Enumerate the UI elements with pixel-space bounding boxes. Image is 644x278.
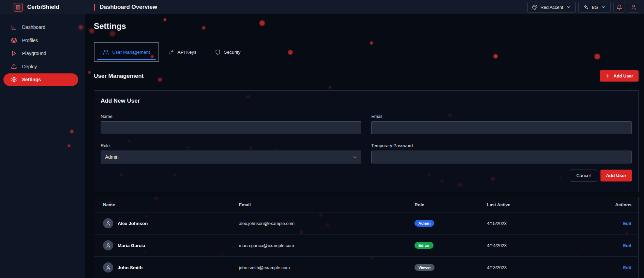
column-header-email: Email	[239, 202, 415, 207]
column-header-name: Name	[94, 202, 239, 207]
bg-selector-label: BG	[592, 5, 598, 10]
sidebar-item-label: Profiles	[22, 38, 38, 43]
sidebar-item-label: Dashboard	[22, 24, 46, 30]
tab-security[interactable]: Security	[206, 42, 250, 62]
password-label: Temporary Password	[371, 143, 632, 148]
password-field-group: Temporary Password	[371, 143, 632, 163]
tab-label: API Keys	[177, 50, 197, 55]
notifications-button[interactable]	[613, 2, 625, 13]
tab-api-keys[interactable]: API Keys	[159, 42, 206, 62]
key-icon	[168, 49, 174, 55]
palette-icon	[532, 4, 538, 10]
bell-icon	[616, 4, 622, 10]
role-field-group: Role Admin	[101, 143, 361, 163]
name-field-group: Name	[101, 114, 361, 134]
sidebar-item-label: Playground	[22, 51, 46, 56]
shield-icon	[215, 49, 221, 55]
brand-name: CerbiShield	[27, 4, 59, 11]
bg-selector[interactable]: BG	[578, 2, 611, 13]
sidebar-item-profiles[interactable]: Profiles	[3, 34, 78, 47]
panel-title: Add New User	[101, 98, 632, 104]
chevron-down-icon	[566, 5, 571, 10]
email-field-group: Email	[371, 114, 632, 134]
accent-bar	[94, 4, 95, 11]
temporary-password-input[interactable]	[371, 151, 632, 163]
avatar	[103, 240, 113, 250]
edit-link[interactable]: Edit	[623, 243, 631, 248]
sidebar-item-playground[interactable]: Playground	[3, 47, 78, 60]
main-content: Settings User Management API Keys Securi…	[85, 14, 644, 278]
last-active-date: 4/15/2023	[487, 221, 573, 226]
users-table: Name Email Role Last Active Actions Alex…	[94, 197, 639, 278]
avatar	[103, 218, 113, 228]
sparkles-icon	[583, 4, 589, 10]
header-actions: Red Accent BG	[527, 2, 644, 13]
role-select[interactable]: Admin	[101, 151, 361, 163]
user-email: maria.garcia@example.com	[239, 243, 415, 248]
user-email: john.smith@example.com	[239, 265, 415, 270]
user-name: Alex Johnson	[118, 221, 148, 226]
table-row: John Smith john.smith@example.com Viewer…	[94, 257, 638, 278]
email-input[interactable]	[371, 121, 632, 134]
play-icon	[11, 50, 17, 56]
tab-user-management[interactable]: User Management	[94, 42, 159, 62]
settings-tabs: User Management API Keys Security	[94, 42, 639, 62]
edit-link[interactable]: Edit	[623, 221, 631, 226]
sidebar-item-dashboard[interactable]: Dashboard	[3, 21, 78, 34]
user-name: John Smith	[118, 265, 143, 270]
section-header: User Management Add User	[94, 70, 639, 82]
users-icon	[103, 49, 109, 55]
user-email: alex.johnson@example.com	[239, 221, 415, 226]
brand-logo-icon	[14, 3, 23, 12]
table-header-row: Name Email Role Last Active Actions	[94, 197, 638, 212]
column-header-last-active: Last Active	[487, 202, 573, 207]
profile-button[interactable]	[628, 2, 639, 13]
sidebar: Dashboard Profiles Playground Deploy Set…	[0, 14, 85, 278]
tab-label: Security	[224, 50, 241, 55]
role-badge: Editor	[414, 242, 433, 249]
role-badge: Admin	[414, 220, 434, 227]
form-actions: Cancel Add User	[101, 170, 632, 181]
email-label: Email	[371, 114, 632, 119]
user-name: Maria Garcia	[118, 243, 145, 248]
upload-icon	[11, 64, 17, 70]
submit-add-user-button[interactable]: Add User	[600, 170, 632, 181]
avatar	[103, 262, 113, 273]
sidebar-item-deploy[interactable]: Deploy	[3, 60, 78, 73]
gear-icon	[11, 76, 17, 83]
name-input[interactable]	[101, 121, 361, 134]
sidebar-item-label: Deploy	[22, 64, 37, 69]
plus-icon	[605, 73, 610, 79]
column-header-actions: Actions	[573, 202, 638, 207]
cancel-button[interactable]: Cancel	[570, 170, 597, 181]
user-icon	[631, 4, 637, 10]
table-row: Maria Garcia maria.garcia@example.com Ed…	[94, 234, 638, 257]
layers-icon	[11, 37, 17, 44]
tab-label: User Management	[112, 50, 150, 55]
add-user-button[interactable]: Add User	[600, 70, 639, 82]
role-badge: Viewer	[414, 264, 435, 271]
chevron-down-icon	[601, 5, 606, 10]
column-header-role: Role	[414, 202, 487, 207]
sidebar-item-settings[interactable]: Settings	[3, 73, 78, 86]
section-title: User Management	[94, 73, 143, 80]
page-header-title: Dashboard Overview	[100, 4, 157, 11]
add-new-user-panel: Add New User Name Email Role Admin	[94, 90, 639, 192]
name-label: Name	[101, 114, 361, 119]
role-label: Role	[101, 143, 361, 148]
edit-link[interactable]: Edit	[623, 265, 631, 270]
accent-theme-selector[interactable]: Red Accent	[527, 2, 576, 13]
table-row: Alex Johnson alex.johnson@example.com Ad…	[94, 212, 638, 234]
form-grid: Name Email Role Admin	[101, 114, 632, 163]
brand: CerbiShield	[0, 0, 85, 14]
accent-theme-label: Red Accent	[541, 5, 563, 10]
bar-chart-icon	[11, 24, 17, 30]
sidebar-item-label: Settings	[22, 77, 41, 82]
page-title: Settings	[94, 21, 639, 31]
add-user-button-label: Add User	[613, 73, 633, 79]
app-header: CerbiShield Dashboard Overview Red Accen…	[0, 0, 644, 14]
last-active-date: 4/13/2023	[487, 265, 573, 270]
last-active-date: 4/14/2023	[487, 243, 573, 248]
